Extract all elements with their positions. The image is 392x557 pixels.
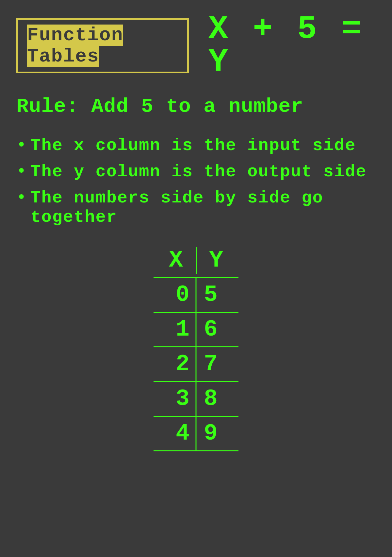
equation: X + 5 = Y (208, 13, 376, 78)
bullet-item-1: • The x column is the input side (16, 136, 376, 156)
bullets-section: • The x column is the input side • The y… (16, 136, 376, 227)
rule-text: Rule: Add 5 to a number (16, 95, 303, 118)
table-row: 3 8 (154, 381, 238, 416)
table-row: 0 5 (154, 277, 238, 312)
cell-x-0: 0 (163, 282, 196, 308)
title-label: Function Tables (27, 25, 123, 67)
bullet-text-2: The y column is the output side (30, 162, 367, 182)
cell-x-4: 4 (163, 421, 196, 446)
title-box: Function Tables (16, 18, 189, 73)
table-container: X Y 0 5 1 6 2 7 (16, 247, 376, 451)
cell-x-2: 2 (163, 351, 196, 377)
header-row: Function Tables X + 5 = Y (16, 13, 376, 78)
col-y-header: Y (197, 247, 236, 274)
table-row: 4 9 (154, 416, 238, 451)
page: Function Tables X + 5 = Y Rule: Add 5 to… (0, 0, 392, 557)
table-row: 1 6 (154, 312, 238, 346)
cell-x-1: 1 (163, 317, 196, 342)
bullet-text-1: The x column is the input side (30, 136, 356, 156)
bullet-dot-1: • (16, 136, 26, 155)
bullet-dot-2: • (16, 162, 26, 181)
cell-y-4: 9 (196, 421, 229, 446)
bullet-text-3: The numbers side by side go together (30, 188, 376, 228)
table-row: 2 7 (154, 346, 238, 381)
rule-section: Rule: Add 5 to a number (16, 95, 376, 118)
cell-y-2: 7 (196, 351, 229, 377)
table-body: 0 5 1 6 2 7 3 8 (154, 277, 238, 451)
bullet-dot-3: • (16, 188, 26, 207)
bullet-item-2: • The y column is the output side (16, 162, 376, 182)
cell-y-1: 6 (196, 317, 229, 342)
function-table: X Y 0 5 1 6 2 7 (154, 247, 238, 451)
col-x-header: X (156, 247, 196, 274)
cell-y-3: 8 (196, 386, 229, 412)
cell-y-0: 5 (196, 282, 229, 308)
cell-x-3: 3 (163, 386, 196, 412)
bullet-item-3: • The numbers side by side go together (16, 188, 376, 228)
table-header-row: X Y (154, 247, 238, 274)
